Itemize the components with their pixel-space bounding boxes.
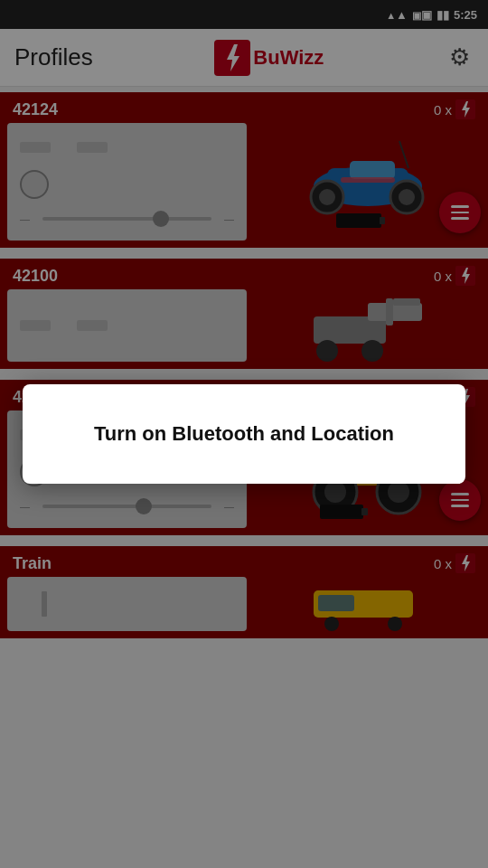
bluetooth-overlay: Turn on Bluetooth and Location bbox=[0, 0, 488, 868]
bluetooth-dialog-text: Turn on Bluetooth and Location bbox=[94, 422, 394, 445]
bluetooth-dialog: Turn on Bluetooth and Location bbox=[23, 384, 465, 485]
